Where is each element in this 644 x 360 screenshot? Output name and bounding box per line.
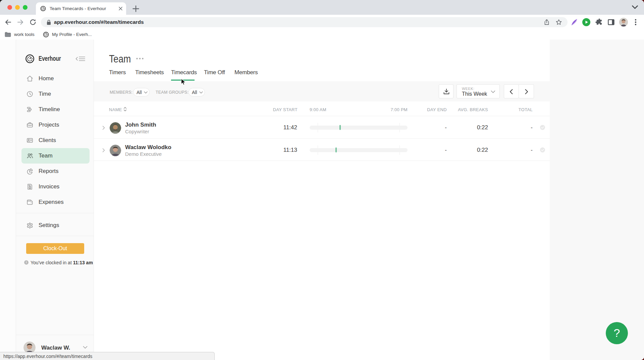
svg-text:$: $ xyxy=(29,187,30,189)
